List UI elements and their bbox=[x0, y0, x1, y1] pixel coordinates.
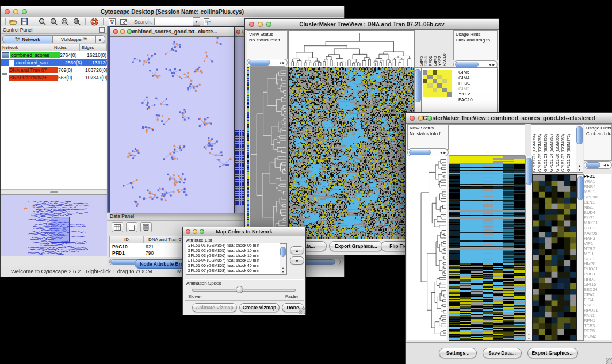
resize-grip[interactable] bbox=[299, 308, 305, 314]
overview-splitter[interactable] bbox=[1, 190, 107, 194]
export-graphics-button[interactable]: Export Graphics... bbox=[527, 348, 578, 358]
gene-label[interactable]: GIM5 bbox=[458, 70, 473, 75]
scroll-arrows-icon[interactable]: ◀▶ bbox=[278, 61, 287, 64]
scrollbar-thumb[interactable] bbox=[577, 176, 583, 200]
scroll-arrows-icon[interactable]: ◀▶ bbox=[439, 151, 448, 154]
tv2-row-dendrogram[interactable] bbox=[407, 156, 447, 340]
annotation-icon[interactable] bbox=[119, 18, 128, 25]
gene-label[interactable]: RPN1 bbox=[584, 318, 611, 323]
new-attribute-icon[interactable] bbox=[126, 222, 137, 232]
tv2-column-dendrogram-area[interactable] bbox=[449, 124, 525, 156]
zoom-out-icon[interactable] bbox=[37, 18, 47, 25]
create-vizmap-button[interactable]: Create Vizmap bbox=[239, 303, 280, 312]
tv1-heatmap-canvas[interactable] bbox=[288, 67, 414, 239]
gene-label[interactable]: HAP3 bbox=[584, 236, 611, 241]
scrollbar-thumb[interactable] bbox=[576, 126, 583, 144]
import-table-icon[interactable] bbox=[202, 18, 212, 25]
speed-slider-thumb[interactable] bbox=[236, 286, 243, 293]
column-nodes[interactable]: Nodes bbox=[52, 44, 80, 51]
tv2-zoom-canvas[interactable] bbox=[532, 174, 577, 341]
scrollbar-thumb[interactable] bbox=[586, 162, 600, 168]
gene-label[interactable]: MON2 bbox=[584, 334, 611, 339]
gene-label[interactable]: RPO21 bbox=[584, 308, 611, 313]
gene-label[interactable]: TCB3 bbox=[584, 323, 611, 328]
attribute-list-item[interactable]: GPL51-06 (GSM865) heat shock 40 min bbox=[186, 263, 286, 269]
minimize-button[interactable] bbox=[193, 229, 197, 234]
gene-label[interactable]: GIM4 bbox=[458, 75, 473, 81]
gene-label[interactable]: MAK31 bbox=[584, 220, 611, 225]
tv2-zoom-scrollbar[interactable] bbox=[577, 174, 584, 341]
search-dropdown-icon[interactable]: ▼ bbox=[193, 17, 200, 26]
scroll-arrows-icon[interactable]: ◀▶ bbox=[488, 63, 497, 66]
attribute-list-item[interactable]: GPL51-03 (GSM856) heat shock 15 min bbox=[186, 254, 286, 259]
scrollbar-thumb[interactable] bbox=[280, 247, 286, 257]
scrollbar-thumb[interactable] bbox=[415, 69, 421, 102]
zoom-button[interactable] bbox=[22, 9, 27, 14]
tab-network[interactable]: Network bbox=[2, 35, 53, 43]
save-icon[interactable] bbox=[20, 18, 29, 25]
column-network[interactable]: Network bbox=[1, 44, 52, 51]
scroll-down-icon[interactable]: ▼ bbox=[280, 270, 286, 273]
zoom-button[interactable] bbox=[200, 229, 204, 234]
close-button[interactable] bbox=[236, 30, 240, 34]
attribute-select-icon[interactable] bbox=[112, 222, 123, 232]
close-button[interactable] bbox=[113, 29, 118, 34]
tv1-zoom-matrix[interactable] bbox=[423, 70, 452, 97]
gene-label[interactable]: CLN1 bbox=[584, 200, 611, 205]
save-data-button[interactable]: Save Data... bbox=[483, 348, 522, 358]
gene-label[interactable]: HMG1 bbox=[584, 261, 611, 266]
gene-label[interactable]: NTR2 bbox=[584, 246, 611, 251]
scroll-up-icon[interactable]: ▲ bbox=[576, 164, 583, 167]
float-panel-icon[interactable] bbox=[99, 27, 105, 33]
help-lifering-icon[interactable] bbox=[90, 18, 99, 25]
gene-label[interactable]: PFD1 bbox=[584, 174, 611, 179]
scrollbar-thumb[interactable] bbox=[455, 62, 479, 67]
scroll-arrows-icon[interactable]: ◀▶ bbox=[602, 163, 611, 167]
network-row[interactable]: combined_scores_2764(0)16218(0) bbox=[1, 51, 107, 59]
main-titlebar[interactable]: Cytoscape Desktop (Session Name: collins… bbox=[1, 6, 344, 17]
gene-label[interactable]: PFD1 bbox=[458, 81, 473, 86]
dialog-titlebar[interactable]: Map Colors to Network bbox=[183, 227, 305, 236]
zoom-button[interactable] bbox=[266, 22, 271, 27]
minimize-button[interactable] bbox=[120, 29, 125, 34]
gene-label[interactable]: GTB1 bbox=[584, 225, 611, 231]
gene-label[interactable]: YRA1 bbox=[584, 179, 611, 184]
tv1-status-scrollbar[interactable]: ◀▶ bbox=[247, 59, 288, 67]
column-edges[interactable]: Edges bbox=[80, 44, 107, 51]
scroll-down-icon[interactable]: ▼ bbox=[526, 336, 532, 340]
tv1-column-dendrogram[interactable] bbox=[288, 30, 415, 67]
resize-grip[interactable] bbox=[606, 358, 612, 364]
gene-label[interactable]: SEC1 bbox=[584, 256, 611, 262]
tv1-row-dendrogram[interactable] bbox=[250, 67, 288, 239]
scrollbar-thumb[interactable] bbox=[409, 150, 431, 155]
gene-label[interactable]: BUD4 bbox=[584, 210, 611, 215]
search-input[interactable] bbox=[154, 18, 193, 25]
network-row[interactable]: DNA and Tran 07769(0)183728(0) bbox=[1, 66, 107, 74]
gene-label[interactable]: CPA2 bbox=[584, 292, 611, 297]
close-button[interactable] bbox=[5, 9, 10, 14]
gene-label[interactable]: ELG1 bbox=[584, 215, 611, 220]
zoom-fit-icon[interactable] bbox=[72, 18, 81, 25]
minimize-button[interactable] bbox=[418, 116, 423, 121]
attribute-list-scrollbar[interactable]: ▲ ▼ bbox=[280, 243, 286, 274]
scroll-up-icon[interactable]: ▲ bbox=[526, 332, 532, 336]
gene-label[interactable]: SPC98 bbox=[584, 194, 611, 200]
zoom-button[interactable] bbox=[127, 29, 132, 34]
gene-label[interactable]: PAN1 bbox=[584, 313, 611, 318]
overview-viewport-rect[interactable] bbox=[51, 217, 70, 243]
gene-label[interactable]: MSI1 bbox=[584, 251, 611, 256]
gene-label[interactable]: YSH1 bbox=[584, 302, 611, 308]
open-file-icon[interactable] bbox=[8, 18, 17, 25]
zoom-button[interactable] bbox=[427, 116, 432, 121]
network-overview-panel[interactable] bbox=[1, 194, 107, 256]
speed-slider-track[interactable] bbox=[192, 289, 296, 292]
gene-label[interactable]: PEP5 bbox=[584, 328, 611, 334]
minimize-button[interactable] bbox=[13, 9, 18, 14]
move-down-button[interactable]: ∨ bbox=[290, 256, 304, 265]
gene-label[interactable]: GPI16 bbox=[584, 282, 611, 287]
gene-label[interactable]: PAC10 bbox=[458, 97, 473, 103]
gene-label[interactable]: RNR4 bbox=[584, 184, 611, 189]
move-up-button[interactable]: ∧ bbox=[290, 246, 304, 254]
tab-vizmapper[interactable]: VizMapper™ bbox=[53, 35, 96, 43]
gene-label[interactable]: YKE2 bbox=[458, 91, 473, 97]
